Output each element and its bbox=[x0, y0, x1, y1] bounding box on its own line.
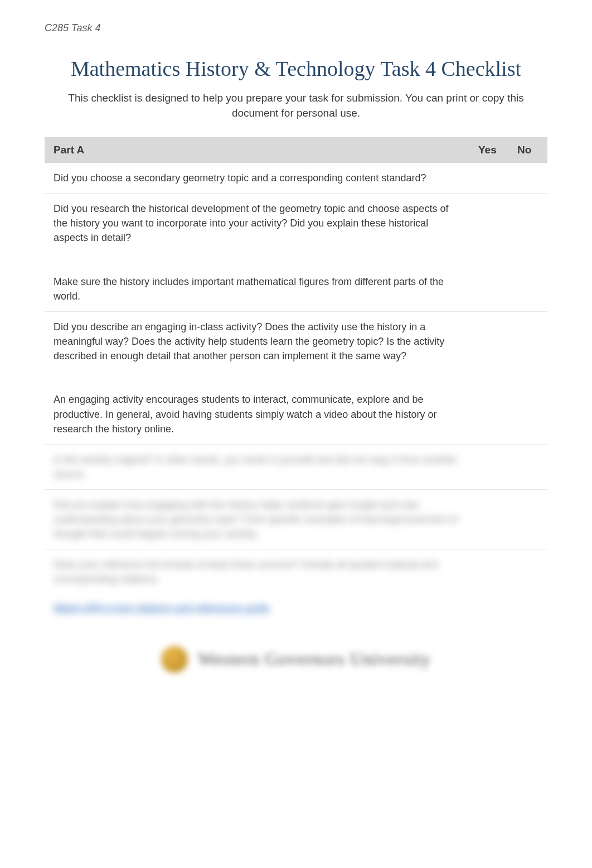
row-text: Does your reference list include at leas… bbox=[45, 549, 469, 624]
table-row: Did you choose a secondary geometry topi… bbox=[45, 163, 547, 194]
col-header-no: No bbox=[508, 137, 547, 163]
page-title: Mathematics History & Technology Task 4 … bbox=[45, 56, 547, 81]
col-header-yes: Yes bbox=[469, 137, 508, 163]
row-text: Did you explain how engaging with the hi… bbox=[45, 489, 469, 549]
yes-cell[interactable] bbox=[469, 194, 508, 312]
footer-logo: Western Governors University bbox=[45, 646, 547, 673]
no-cell[interactable] bbox=[508, 444, 547, 489]
row-text: Is the activity original? In other words… bbox=[45, 444, 469, 489]
yes-cell[interactable] bbox=[469, 549, 508, 624]
yes-cell[interactable] bbox=[469, 163, 508, 194]
no-cell[interactable] bbox=[508, 163, 547, 194]
page-header: C285 Task 4 bbox=[45, 22, 547, 34]
table-row: Did you explain how engaging with the hi… bbox=[45, 489, 547, 549]
yes-cell[interactable] bbox=[469, 311, 508, 444]
col-header-parta: Part A bbox=[45, 137, 469, 163]
page-subtitle: This checklist is designed to help you p… bbox=[45, 91, 547, 120]
table-row: Does your reference list include at leas… bbox=[45, 549, 547, 624]
no-cell[interactable] bbox=[508, 489, 547, 549]
no-cell[interactable] bbox=[508, 311, 547, 444]
checklist-table: Part A Yes No Did you choose a secondary… bbox=[45, 137, 547, 623]
row-text: Did you research the historical developm… bbox=[45, 194, 469, 312]
table-row: Did you research the historical developm… bbox=[45, 194, 547, 312]
table-row: Is the activity original? In other words… bbox=[45, 444, 547, 489]
no-cell[interactable] bbox=[508, 194, 547, 312]
table-row: Did you describe an engaging in-class ac… bbox=[45, 311, 547, 444]
yes-cell[interactable] bbox=[469, 489, 508, 549]
reference-link[interactable]: Watch APA in-text citations and referenc… bbox=[54, 602, 269, 614]
row-text: Did you describe an engaging in-class ac… bbox=[45, 311, 469, 444]
university-logo-icon bbox=[161, 646, 188, 673]
row-text: Did you choose a secondary geometry topi… bbox=[45, 163, 469, 194]
university-name: Western Governors University bbox=[198, 649, 431, 669]
no-cell[interactable] bbox=[508, 549, 547, 624]
yes-cell[interactable] bbox=[469, 444, 508, 489]
